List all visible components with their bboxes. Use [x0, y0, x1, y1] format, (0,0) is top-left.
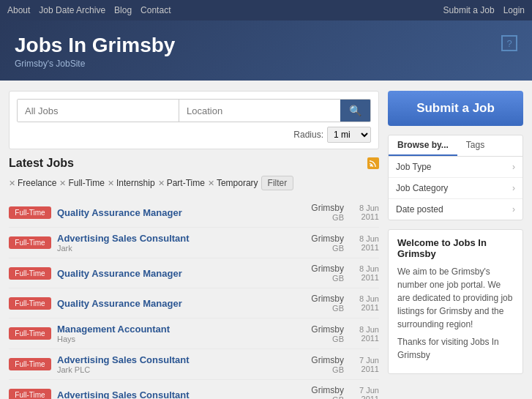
job-date: 8 Jun: [350, 264, 379, 273]
job-info: Quality Assurance Manager: [57, 268, 287, 279]
filter-fulltime-label: Full-Time: [68, 178, 105, 188]
list-item: Full-Time Quality Assurance Manager Grim…: [9, 198, 379, 228]
filter-temporary-label: Temporary: [217, 178, 258, 188]
rss-icon[interactable]: [367, 157, 379, 169]
job-location-block: Grimsby GB: [293, 234, 344, 253]
list-item: Full-Time Advertising Sales Consultant J…: [9, 228, 379, 258]
job-title[interactable]: Quality Assurance Manager: [57, 298, 287, 309]
latest-jobs-heading: Latest Jobs: [9, 157, 74, 170]
job-date: 8 Jun: [350, 294, 379, 303]
filter-freelance-label: Freelance: [18, 178, 56, 188]
browse-job-type[interactable]: Job Type ›: [389, 157, 522, 178]
job-location-block: Grimsby GB: [293, 385, 344, 399]
header-icon[interactable]: ?: [501, 35, 517, 51]
job-date-sub: 2011: [350, 273, 379, 282]
job-date-block: 7 Jun 2011: [350, 386, 379, 399]
browse-tab-browse[interactable]: Browse by...: [389, 135, 457, 156]
job-location-block: Grimsby GB: [293, 355, 344, 374]
job-date: 7 Jun: [350, 386, 379, 395]
job-type-badge: Full-Time: [9, 267, 51, 280]
site-tagline: Grimsby's JobSite: [15, 59, 517, 69]
job-location: Grimsby: [293, 385, 344, 395]
job-type-badge: Full-Time: [9, 358, 51, 370]
browse-tab-tags[interactable]: Tags: [457, 135, 493, 156]
job-title[interactable]: Advertising Sales Consultant: [57, 233, 287, 244]
job-location-sub: GB: [293, 244, 344, 253]
job-title[interactable]: Advertising Sales Consultant: [57, 354, 287, 365]
location-input[interactable]: [179, 100, 340, 122]
remove-parttime[interactable]: ✕: [158, 179, 165, 188]
right-column: Submit a Job Browse by... Tags Job Type …: [388, 91, 523, 399]
job-date: 8 Jun: [350, 234, 379, 243]
job-title[interactable]: Quality Assurance Manager: [57, 268, 287, 279]
filter-button[interactable]: Filter: [261, 176, 294, 190]
filter-internship: ✕ Internship: [108, 178, 155, 188]
job-location: Grimsby: [293, 203, 344, 213]
job-type-badge: Full-Time: [9, 206, 51, 219]
filter-fulltime: ✕ Full-Time: [59, 178, 105, 188]
job-info: Advertising Sales Consultant Jark PLC: [57, 354, 287, 374]
job-type-badge: Full-Time: [9, 389, 51, 400]
chevron-right-icon: ›: [512, 162, 515, 172]
job-company: Jark PLC: [57, 365, 287, 374]
search-button[interactable]: 🔍: [340, 100, 370, 122]
job-info: Advertising Sales Consultant Jark: [57, 233, 287, 253]
job-location-sub: GB: [293, 365, 344, 374]
top-nav: About Job Date Archive Blog Contact Subm…: [0, 0, 532, 20]
browse-date-posted[interactable]: Date posted ›: [389, 199, 522, 220]
job-location: Grimsby: [293, 264, 344, 274]
main-container: 🔍 Radius: 1 mi 5 mi 10 mi 20 mi 50 mi La…: [0, 81, 532, 399]
remove-fulltime[interactable]: ✕: [59, 179, 66, 188]
job-info: Advertising Sales Consultant: [57, 389, 287, 400]
job-date-block: 7 Jun 2011: [350, 356, 379, 373]
site-title: Jobs In Grimsby: [15, 34, 517, 57]
job-date-block: 8 Jun 2011: [350, 234, 379, 252]
search-input[interactable]: [18, 100, 179, 122]
filter-freelance: ✕ Freelance: [9, 178, 56, 188]
filter-parttime: ✕ Part-Time: [158, 178, 205, 188]
job-location: Grimsby: [293, 324, 344, 335]
section-title: Latest Jobs: [9, 157, 379, 170]
chevron-right-icon-3: ›: [512, 204, 515, 215]
nav-job-date-archive[interactable]: Job Date Archive: [39, 5, 105, 15]
job-location-sub: GB: [293, 274, 344, 283]
job-title[interactable]: Quality Assurance Manager: [57, 207, 287, 218]
submit-job-button[interactable]: Submit a Job: [388, 91, 523, 126]
job-date-sub: 2011: [350, 243, 379, 252]
nav-login[interactable]: Login: [503, 5, 525, 15]
job-date: 8 Jun: [350, 325, 379, 334]
filter-temporary: ✕ Temporary: [208, 178, 258, 188]
job-location: Grimsby: [293, 355, 344, 365]
job-title[interactable]: Management Accountant: [57, 324, 287, 335]
radius-select[interactable]: 1 mi 5 mi 10 mi 20 mi 50 mi: [327, 127, 371, 143]
browse-job-category[interactable]: Job Category ›: [389, 178, 522, 199]
filter-internship-label: Internship: [116, 178, 155, 188]
job-location-sub: GB: [293, 335, 344, 343]
job-date: 7 Jun: [350, 356, 379, 365]
browse-job-type-label: Job Type: [396, 162, 431, 172]
job-date-sub: 2011: [350, 212, 379, 221]
remove-internship[interactable]: ✕: [108, 179, 114, 188]
search-inputs: 🔍: [17, 99, 371, 122]
job-info: Management Accountant Hays: [57, 324, 287, 343]
browse-box: Browse by... Tags Job Type › Job Categor…: [388, 135, 523, 220]
job-date-sub: 2011: [350, 334, 379, 343]
remove-temporary[interactable]: ✕: [208, 179, 214, 188]
job-company: Jark: [57, 244, 287, 253]
nav-contact[interactable]: Contact: [141, 5, 171, 15]
job-date-block: 8 Jun 2011: [350, 325, 379, 343]
browse-tabs: Browse by... Tags: [389, 135, 522, 157]
nav-about[interactable]: About: [7, 5, 30, 15]
job-location-sub: GB: [293, 395, 344, 399]
filter-row: ✕ Freelance ✕ Full-Time ✕ Internship ✕ P…: [9, 176, 379, 190]
job-date-block: 8 Jun 2011: [350, 294, 379, 312]
list-item: Full-Time Quality Assurance Manager Grim…: [9, 258, 379, 288]
nav-submit-job[interactable]: Submit a Job: [443, 5, 495, 15]
chevron-right-icon-2: ›: [512, 183, 515, 193]
job-type-badge: Full-Time: [9, 236, 51, 249]
remove-freelance[interactable]: ✕: [9, 179, 15, 188]
job-title[interactable]: Advertising Sales Consultant: [57, 389, 287, 400]
nav-blog[interactable]: Blog: [114, 5, 132, 15]
list-item: Full-Time Management Accountant Hays Gri…: [9, 318, 379, 349]
job-location: Grimsby: [293, 294, 344, 304]
